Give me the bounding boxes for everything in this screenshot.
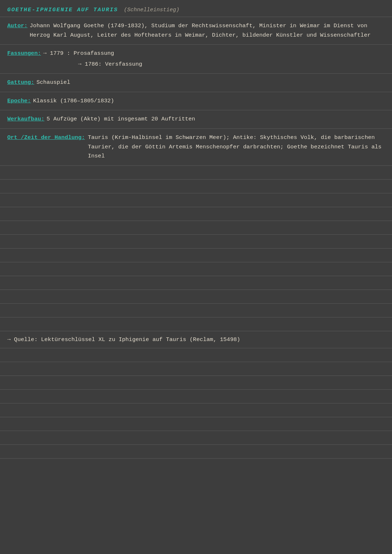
empty-row-5: [0, 221, 392, 235]
autor-section: Autor: Johann Wolfgang Goethe (1749-1832…: [0, 17, 392, 45]
empty-row-b3: [0, 376, 392, 390]
empty-row-3: [0, 193, 392, 207]
fassungen-section: Fassungen: → 1779 : Prosafassung → 1786:…: [0, 45, 392, 74]
empty-row-6: [0, 235, 392, 249]
empty-row-b6: [0, 417, 392, 431]
fassungen-content: → 1779 : Prosafassung → 1786: Versfassun…: [43, 49, 142, 69]
empty-row-b8: [0, 445, 392, 459]
empty-row-b5: [0, 403, 392, 417]
gattung-content: Schauspiel: [36, 78, 70, 87]
fassungen-row-2: → 1786: Versfassung: [78, 60, 142, 69]
autor-content: Johann Wolfgang Goethe (1749-1832), Stud…: [30, 21, 385, 40]
fassungen-row-1: → 1779 : Prosafassung: [43, 49, 142, 58]
empty-row-b7: [0, 431, 392, 445]
page: GOETHE-IPHIGENIE AUF TAURIS (Schnelleins…: [0, 0, 392, 554]
empty-row-1: [0, 166, 392, 180]
empty-row-11: [0, 304, 392, 317]
empty-row-b2: [0, 362, 392, 376]
werkaufbau-content: 5 Aufzüge (Akte) mit insgesamt 20 Auftri…: [46, 115, 195, 124]
empty-row-10: [0, 290, 392, 304]
ort-zeit-content: Tauris (Krim-Halbinsel im Schwarzen Meer…: [88, 133, 385, 161]
werkaufbau-label: Werkaufbau:: [7, 115, 44, 124]
empty-row-8: [0, 262, 392, 276]
empty-row-2: [0, 180, 392, 193]
empty-row-12: [0, 317, 392, 331]
gattung-section: Gattung: Schauspiel: [0, 74, 392, 92]
epoche-content: Klassik (1786–1805/1832): [33, 97, 114, 106]
ort-zeit-label: Ort /Zeit der Handlung:: [7, 133, 85, 143]
page-title: GOETHE-IPHIGENIE AUF TAURIS: [7, 7, 118, 13]
epoche-section: Epoche: Klassik (1786–1805/1832): [0, 92, 392, 111]
werkaufbau-section: Werkaufbau: 5 Aufzüge (Akte) mit insgesa…: [0, 110, 392, 129]
fassungen-item-1: → 1779 : Prosafassung: [43, 49, 114, 58]
ort-zeit-section: Ort /Zeit der Handlung: Tauris (Krim-Hal…: [0, 129, 392, 166]
source-text: → Quelle: Lektüreschlüssel XL zu Iphigen…: [7, 336, 240, 343]
empty-row-4: [0, 207, 392, 221]
empty-row-b1: [0, 348, 392, 362]
gattung-label: Gattung:: [7, 78, 34, 87]
source-area: → Quelle: Lektüreschlüssel XL zu Iphigen…: [0, 331, 392, 348]
empty-row-7: [0, 249, 392, 262]
fassungen-item-2: → 1786: Versfassung: [78, 60, 142, 69]
empty-row-9: [0, 276, 392, 290]
epoche-label: Epoche:: [7, 97, 31, 106]
title-area: GOETHE-IPHIGENIE AUF TAURIS (Schnelleins…: [0, 0, 392, 17]
autor-label: Autor:: [7, 21, 28, 31]
page-subtitle: (Schnelleinstieg): [124, 7, 179, 13]
empty-row-b4: [0, 390, 392, 403]
fassungen-label: Fassungen:: [7, 49, 41, 58]
